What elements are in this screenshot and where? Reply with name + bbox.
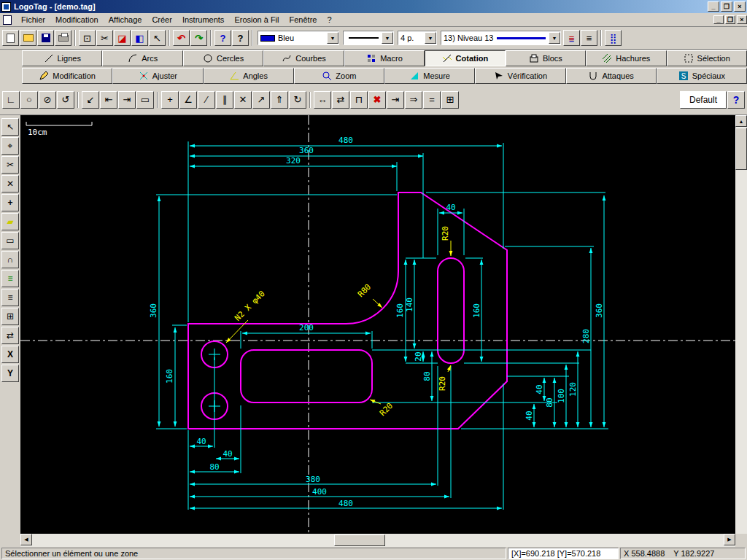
cut-tool-button[interactable]: ✂: [1, 156, 19, 174]
layers-back-button[interactable]: ≡: [1, 289, 19, 306]
preview-button[interactable]: ⊡: [79, 30, 96, 46]
grid-dots-button[interactable]: ⣿: [605, 30, 622, 46]
print-button[interactable]: [55, 30, 71, 46]
angular-dim-button[interactable]: ∠: [179, 91, 197, 109]
arrow-style-button[interactable]: ⇒: [405, 91, 422, 109]
menu-creer[interactable]: Créer: [147, 14, 177, 26]
level-dropdown-icon[interactable]: ▼: [549, 32, 560, 44]
menu-affichage[interactable]: Affichage: [104, 14, 147, 26]
tab-selection[interactable]: Sélection: [667, 50, 747, 66]
leader-button[interactable]: ↙: [82, 91, 99, 109]
tab-cotation[interactable]: Cotation: [425, 50, 505, 66]
tab-courbes[interactable]: Courbes: [263, 50, 344, 66]
dim-help-button[interactable]: ?: [727, 91, 745, 109]
linewidth-dropdown-icon[interactable]: ▼: [425, 32, 436, 44]
node-edit-button[interactable]: ⌖: [1, 137, 19, 155]
select-tool-button[interactable]: ↖: [1, 118, 19, 136]
eraser-tool-button[interactable]: ▰: [1, 213, 19, 230]
grid-tool-button[interactable]: ⊞: [1, 308, 19, 325]
vertical-scrollbar[interactable]: ▲ ▼: [735, 115, 747, 547]
new-button[interactable]: [2, 30, 19, 46]
levels-edit-button[interactable]: ≡: [581, 30, 597, 46]
scroll-up-icon[interactable]: ▲: [735, 115, 747, 127]
menu-erosion[interactable]: Erosion à Fil: [229, 14, 284, 26]
tab-blocs[interactable]: Blocs: [506, 50, 586, 66]
oblique-dim-button[interactable]: ∕: [198, 91, 215, 109]
level-select[interactable]: 13) Niveau 13 ▼: [441, 31, 561, 45]
tab-speciaux[interactable]: S Spéciaux: [657, 68, 747, 84]
redo-button[interactable]: ↷: [190, 30, 207, 46]
x-axis-lock-button[interactable]: X: [1, 346, 19, 363]
context-help-button[interactable]: ?: [232, 30, 249, 46]
pointer-add-button[interactable]: ↖: [149, 30, 166, 46]
child-restore-button[interactable]: ❐: [725, 15, 735, 24]
levels-button[interactable]: ≡: [563, 30, 580, 46]
chain-dim-button[interactable]: ⇄: [332, 91, 349, 109]
child-minimize-button[interactable]: _: [713, 15, 724, 24]
linewidth-select[interactable]: 4 p. ▼: [398, 31, 437, 45]
linestyle-select[interactable]: ▼: [343, 31, 394, 45]
vertical-dim-button[interactable]: ⇑: [271, 91, 288, 109]
tab-verification[interactable]: Vérification: [475, 68, 565, 84]
delete-tool-button[interactable]: ✕: [1, 175, 19, 192]
circle-dim-button[interactable]: ○: [20, 91, 38, 109]
tab-modification[interactable]: Modification: [22, 68, 112, 84]
swap-axes-button[interactable]: ⇄: [1, 327, 19, 344]
tab-zoom[interactable]: Zoom: [294, 68, 384, 84]
tab-hachures[interactable]: Hachures: [586, 50, 666, 66]
color-select-dropdown-icon[interactable]: ▼: [327, 32, 338, 44]
marquee-tool-button[interactable]: ▭: [1, 232, 19, 249]
horizontal-scroll-thumb[interactable]: [334, 534, 385, 546]
menu-instruments[interactable]: Instruments: [177, 14, 229, 26]
delete-dim-button[interactable]: ✕: [234, 91, 252, 109]
close-button[interactable]: ×: [734, 1, 746, 12]
center-mark-button[interactable]: +: [161, 91, 179, 109]
tab-attaques[interactable]: Attaques: [566, 68, 657, 84]
redim-button[interactable]: ↻: [289, 91, 306, 109]
snap-dim-button[interactable]: ⇥: [387, 91, 404, 109]
tab-ajuster[interactable]: Ajuster: [112, 68, 203, 84]
bracket-dim-button[interactable]: ⊓: [350, 91, 368, 109]
tab-arcs[interactable]: Arcs: [102, 50, 182, 66]
diameter-dim-button[interactable]: ⊘: [39, 91, 56, 109]
layers-front-button[interactable]: ≡: [1, 270, 19, 287]
rotate-dim-button[interactable]: ↺: [57, 91, 74, 109]
color-select[interactable]: Bleu ▼: [258, 31, 339, 45]
linestyle-dropdown-icon[interactable]: ▼: [382, 32, 393, 44]
parallel-dim-button[interactable]: ∥: [216, 91, 233, 109]
horizontal-dim-button[interactable]: ↔: [314, 91, 331, 109]
remove-dim-button[interactable]: ✖: [368, 91, 386, 109]
horizontal-scrollbar[interactable]: ◀ ▶: [20, 534, 735, 547]
drawing-canvas[interactable]: 10cm: [20, 115, 735, 534]
menu-fichier[interactable]: Fichier: [16, 14, 50, 26]
vertical-scroll-thumb[interactable]: [735, 128, 747, 170]
child-close-button[interactable]: ×: [737, 15, 747, 24]
frame-dim-button[interactable]: ▭: [136, 91, 154, 109]
part-outline[interactable]: [188, 192, 507, 429]
undo-button[interactable]: ↶: [173, 30, 190, 46]
default-style-button[interactable]: Default: [680, 91, 727, 109]
baseline-left-button[interactable]: ⇤: [100, 91, 117, 109]
tab-mesure[interactable]: Mesure: [384, 68, 475, 84]
add-tool-button[interactable]: +: [1, 194, 19, 211]
tag-red-button[interactable]: ◪: [114, 30, 131, 46]
help-button[interactable]: ?: [214, 30, 231, 46]
options-grid-button[interactable]: ⊞: [441, 91, 459, 109]
equal-dim-button[interactable]: =: [423, 91, 441, 109]
menu-aide[interactable]: ?: [322, 14, 336, 26]
tab-angles[interactable]: Angles: [204, 68, 294, 84]
tab-cercles[interactable]: Cercles: [183, 50, 263, 66]
attach-tool-button[interactable]: ∩: [1, 251, 19, 268]
y-axis-lock-button[interactable]: Y: [1, 365, 19, 382]
save-button[interactable]: [37, 30, 54, 46]
open-button[interactable]: [20, 30, 36, 46]
aligned-dim-button[interactable]: ↗: [252, 91, 270, 109]
menu-fenetre[interactable]: Fenêtre: [285, 14, 322, 26]
tab-lignes[interactable]: Lignes: [22, 50, 102, 66]
corner-dim-button[interactable]: ∟: [2, 91, 20, 109]
restore-button[interactable]: ❐: [721, 1, 732, 12]
minimize-button[interactable]: _: [708, 1, 719, 12]
cut-button[interactable]: ✂: [96, 30, 113, 46]
scroll-right-icon[interactable]: ▶: [724, 534, 735, 545]
tag-blue-button[interactable]: ◧: [131, 30, 148, 46]
